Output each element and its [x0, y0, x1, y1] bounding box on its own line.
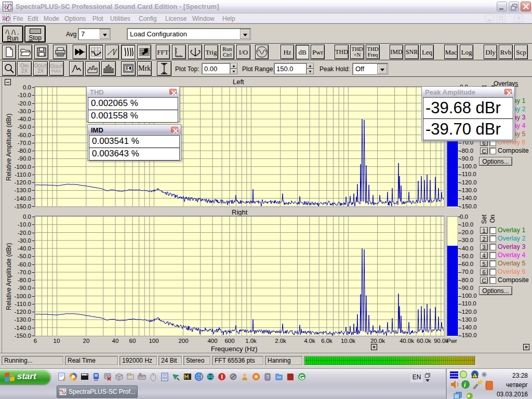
svg-text:D: D	[139, 373, 142, 376]
svg-text:?: ?	[267, 374, 269, 379]
svg-text:!: !	[474, 374, 475, 378]
